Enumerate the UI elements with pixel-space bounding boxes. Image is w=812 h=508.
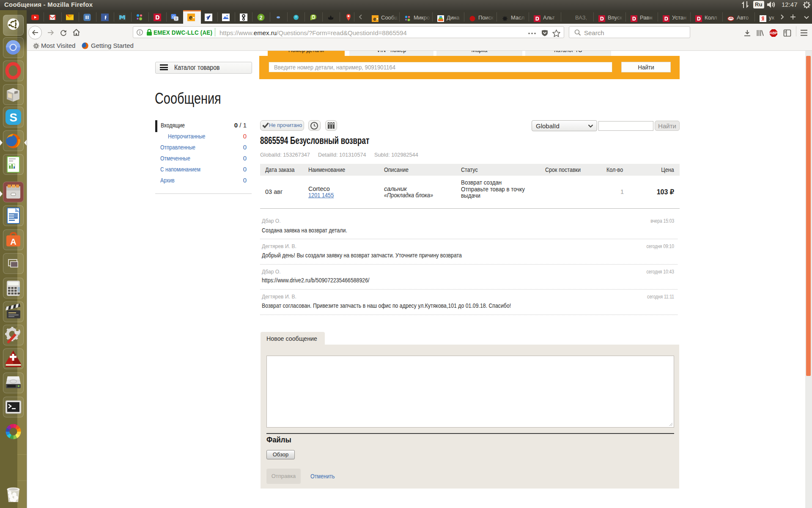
svg-text:文: 文 xyxy=(175,17,178,21)
svg-text:2: 2 xyxy=(260,15,263,21)
svg-text:e: e xyxy=(373,16,376,22)
svg-text:ABP: ABP xyxy=(770,31,777,35)
svg-text:e: e xyxy=(189,14,192,21)
svg-text:A: A xyxy=(10,237,16,246)
svg-text:S: S xyxy=(9,111,17,124)
